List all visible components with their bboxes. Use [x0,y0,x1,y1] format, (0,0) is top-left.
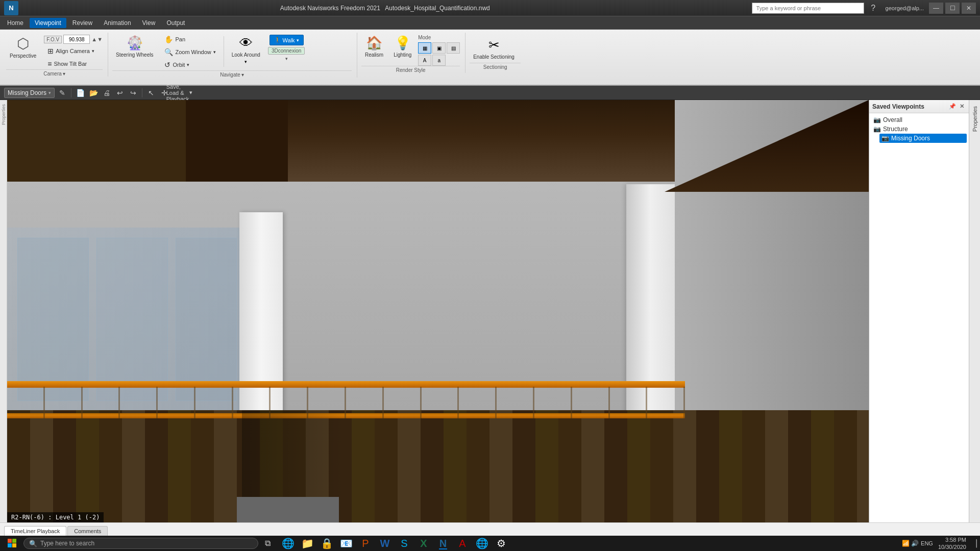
menu-view[interactable]: View [137,18,161,28]
tab-comments[interactable]: Comments [67,526,108,536]
mode-btn-3[interactable]: ▤ [447,42,460,54]
perspective-button[interactable]: ⬡ Perspective [6,33,40,62]
taskbar-app-chrome[interactable]: 🌐 [473,536,491,550]
zoom-window-button[interactable]: 🔍 Zoom Window ▾ [161,46,219,58]
properties-tab[interactable]: Properties [969,100,980,522]
steering-wheels-button[interactable]: 🎡 Steering Wheels [112,33,157,61]
walk-dropdown-arrow[interactable]: ▾ [297,38,299,43]
mode-btn-4[interactable]: A [418,55,431,66]
floor-wood [7,410,869,522]
system-tray: 📶 🔊 ENG 3:58 PM 10/30/2020 ▕ [902,536,977,551]
save-load-btn[interactable]: Save, Load & Playback [172,87,183,98]
viewpoint-structure[interactable]: 📷 Structure [871,124,967,134]
mode-label: Mode [418,35,460,40]
enable-sectioning-button[interactable]: ✂ Enable Sectioning [470,35,518,63]
edit-viewpoint-btn[interactable]: ✎ [57,87,68,98]
taskbar-app-keepass[interactable]: 🔒 [317,536,336,550]
orbit-dropdown-arrow[interactable]: ▾ [187,62,189,67]
mode-btn-2[interactable]: ▣ [432,42,446,54]
windows-logo-icon [8,539,17,548]
properties-label[interactable]: Properties [971,102,979,136]
zoom-dropdown-arrow[interactable]: ▾ [213,49,216,55]
close-btn[interactable]: ✕ [962,3,976,14]
minimize-btn[interactable]: — [929,3,943,14]
save-load-expand-btn[interactable]: ▾ [185,87,197,98]
viewpoint-missing-doors[interactable]: 📷 Missing Doors [879,134,967,143]
show-tilt-bar-icon: ≡ [47,60,52,68]
taskbar-app-acrobat[interactable]: A [453,536,472,550]
new-btn[interactable]: 📄 [75,87,86,98]
viewpoints-tree: 📷 Overall 📷 Structure 📷 Missing Doors [869,113,969,522]
zoom-window-icon: 🔍 [164,48,173,56]
look-around-dropdown-arrow[interactable]: ▾ [244,59,247,64]
orbit-icon: ↺ [164,61,170,69]
taskbar-app-explorer[interactable]: 📁 [298,536,316,550]
show-tilt-bar-button[interactable]: ≡ Show Tilt Bar [44,58,103,69]
walk-icon: 🚶 [274,37,281,43]
undo-btn[interactable]: ↩ [114,87,126,98]
keyword-search-input[interactable] [752,3,864,14]
app-logo: N [4,1,18,15]
viewpoint-dropdown[interactable]: Missing Doors ▾ [4,88,55,98]
panel-pin-btn[interactable]: 📌 [948,103,957,111]
help-btn[interactable]: ? [866,1,880,15]
taskbar-search-icon: 🔍 [29,540,37,547]
viewport[interactable]: R2-RN(-6) : Level 1 (-2) [7,100,869,522]
pan-button[interactable]: ✋ Pan [161,34,219,45]
task-view-btn[interactable]: ⧉ [260,536,275,550]
taskbar-app-powerpoint[interactable]: P [356,536,375,550]
taskbar-app-word[interactable]: W [376,536,394,550]
maximize-btn[interactable]: ☐ [945,3,960,14]
walk-button[interactable]: 🚶 Walk ▾ [270,35,304,45]
look-around-button[interactable]: 👁 Look Around ▾ [228,33,264,67]
viewpoint-overall[interactable]: 📷 Overall [871,115,967,124]
title-bar: N Autodesk Navisworks Freedom 2021 Autod… [0,0,980,16]
language-label: ENG [921,540,933,546]
panel-close-btn[interactable]: ✕ [958,103,966,111]
align-camera-button[interactable]: ⊞ Align Camera ▾ [44,45,103,57]
camera-group-arrow[interactable]: ▾ [63,71,65,77]
mode-btn-5[interactable]: a [432,55,446,66]
open-btn[interactable]: 📂 [88,87,99,98]
viewpoint-dropdown-value: Missing Doors [8,89,46,96]
redo-btn[interactable]: ↪ [128,87,139,98]
taskbar-app-navisworks[interactable]: N [434,536,452,550]
lighting-button[interactable]: 💡 Lighting [390,33,415,61]
menu-animation[interactable]: Animation [99,18,136,28]
select-btn[interactable]: ↖ [145,87,157,98]
glass-panel-3 [176,238,237,401]
start-button[interactable] [3,536,21,550]
taskbar-app-mail[interactable]: 📧 [337,536,355,550]
ribbon: ⬡ Perspective F.O.V ▲▼ ⊞ Align Camera ▾ [0,30,980,86]
taskbar-app-skype[interactable]: S [395,536,413,550]
fov-arrows[interactable]: ▲▼ [91,36,103,42]
realism-icon: 🏠 [366,35,382,51]
3dconnexion-label: 3Dconnexion [268,47,305,55]
realism-button[interactable]: 🏠 Realism [361,33,387,61]
overall-icon: 📷 [873,116,881,123]
taskbar-app-settings[interactable]: ⚙ [492,536,510,550]
align-camera-icon: ⊞ [47,47,54,55]
structure-icon: 📷 [873,126,881,133]
menu-home[interactable]: Home [2,18,29,28]
align-camera-dropdown-arrow[interactable]: ▾ [92,48,94,54]
tab-timeliner-playback[interactable]: TimeLiner Playback [4,526,66,536]
sectioning-group-label: Sectioning [470,63,521,70]
render-group-label: Render Style [361,66,460,73]
print-btn[interactable]: 🖨 [101,87,112,98]
beam-center [186,100,288,182]
show-desktop-btn[interactable]: ▕ [971,539,977,547]
menu-review[interactable]: Review [67,18,97,28]
orbit-button[interactable]: ↺ Orbit ▾ [161,59,219,70]
3dconnexion-dropdown[interactable]: ▾ [285,56,288,61]
fov-input[interactable] [63,35,90,44]
user-label: georged@alp... [883,5,927,11]
menu-viewpoint[interactable]: Viewpoint [30,18,66,28]
menu-output[interactable]: Output [161,18,190,28]
taskbar-app-excel[interactable]: X [414,536,433,550]
taskbar-search-bar[interactable]: 🔍 Type here to search [23,538,258,549]
pan-icon: ✋ [164,35,173,43]
taskbar-app-edge[interactable]: 🌐 [279,536,297,550]
navigate-group-arrow[interactable]: ▾ [241,72,244,78]
mode-btn-1[interactable]: ▦ [418,42,431,54]
